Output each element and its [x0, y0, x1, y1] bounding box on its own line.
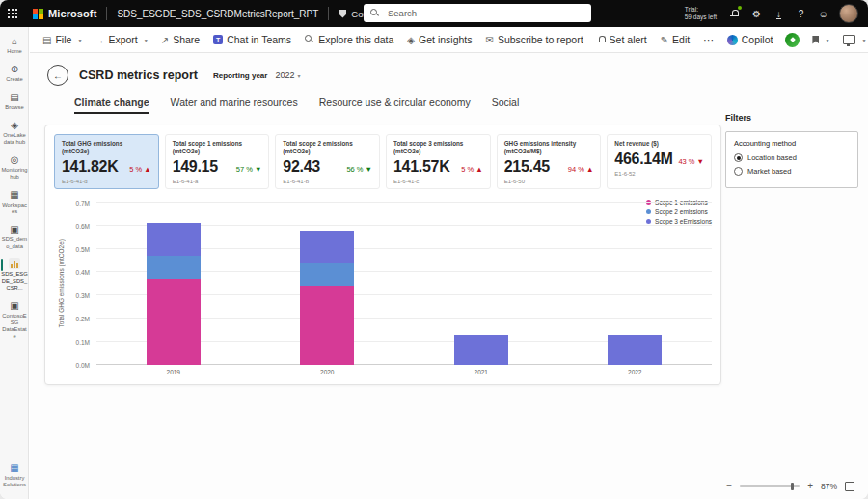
help-button[interactable]: ? — [795, 9, 807, 19]
toolbar-subscribe-to-report-button[interactable]: ✉Subscribe to report — [479, 27, 590, 52]
kpi-esrs-code: E1-6-41-c — [393, 179, 483, 184]
kpi-card-total-scope-3-emissions-mtco2e[interactable]: Total scope 3 emissions (mtCO2e)141.57K5… — [386, 134, 491, 189]
reporting-year-dropdown[interactable]: 2022▾ — [275, 70, 300, 80]
sidebar-item-monitoring-hub[interactable]: ◎Monitoring hub — [0, 151, 29, 185]
sidebar-item-sds-esgde-sds-csr[interactable]: SDS_ESGDE_SDS_CSR... — [0, 254, 29, 296]
bar-2019[interactable] — [147, 223, 201, 364]
sidebar-item-home[interactable]: ⌂Home — [0, 32, 29, 60]
bar-2021[interactable] — [454, 335, 508, 365]
y-tick-label: 0.0M — [76, 362, 90, 369]
bar-segment-2020-scope-2-emissions[interactable] — [300, 263, 354, 286]
sidebar-item-label: OneLake data hub — [0, 132, 29, 146]
download-button[interactable]: ↓ — [773, 9, 785, 19]
kpi-delta: 43 % ▼ — [678, 157, 704, 166]
chevron-down-icon: ▾ — [145, 37, 148, 43]
chevron-down-icon: ▾ — [297, 72, 300, 79]
fit-to-page-icon[interactable] — [845, 482, 854, 491]
radio-icon — [734, 167, 743, 176]
report-canvas: Total GHG emissions (mtCO2e)141.82K5 % ▲… — [44, 125, 721, 385]
tab-water-and-marine-resources[interactable]: Water and marine resources — [171, 97, 298, 114]
toolbar-share-button[interactable]: ↗Share — [154, 27, 206, 52]
kpi-card-ghg-emissions-intensity-mtco2e-m[interactable]: GHG emissions intensity (mtCO2e/M$)215.4… — [497, 134, 602, 189]
subscribe-icon: ✉ — [486, 35, 494, 45]
kpi-card-total-scope-1-emissions-mtco2e[interactable]: Total scope 1 emissions (mtCO2e)149.1557… — [165, 134, 270, 189]
bar-2020[interactable] — [300, 231, 354, 365]
toolbar-more-button[interactable]: ⋯ — [696, 27, 720, 52]
sidebar-item-sds-demo-data[interactable]: ▣SDS_demo_data — [0, 220, 29, 255]
view-button[interactable]: ▾ — [836, 27, 868, 52]
kpi-card-total-ghg-emissions-mtco2e[interactable]: Total GHG emissions (mtCO2e)141.82K5 % ▲… — [54, 134, 159, 189]
tab-resource-use-circular-economy[interactable]: Resource use & circular economy — [319, 97, 471, 114]
toolbar-file-button[interactable]: ▤File▾ — [36, 27, 88, 52]
copilot-badge-icon[interactable] — [785, 33, 800, 47]
industry-icon: ▦ — [10, 462, 18, 473]
tab-social[interactable]: Social — [492, 97, 520, 114]
back-button[interactable]: ← — [47, 65, 68, 86]
chart-y-axis: 0.0M0.1M0.2M0.3M0.4M0.5M0.6M0.7M — [68, 203, 96, 365]
toolbar-edit-button[interactable]: ✎Edit — [654, 27, 696, 52]
app-launcher-button[interactable] — [0, 0, 25, 27]
toolbar-get-insights-button[interactable]: ◈Get insights — [400, 27, 478, 52]
search-input[interactable] — [386, 7, 573, 19]
bar-segment-2021-scope-3-eemissions[interactable] — [454, 335, 508, 365]
microsoft-logo-icon — [33, 9, 43, 19]
toolbar-item-label: Explore this data — [318, 34, 393, 45]
ghg-emissions-chart: Scope 1 emissionsScope 2 emissionsScope … — [54, 203, 712, 375]
toolbar-explore-this-data-button[interactable]: Explore this data — [298, 27, 400, 52]
bell-icon — [597, 36, 606, 43]
bar-segment-2022-scope-3-eemissions[interactable] — [608, 335, 662, 365]
zoom-out-button[interactable]: − — [726, 481, 732, 491]
workspace-icon: ▣ — [10, 224, 18, 235]
tab-climate-change[interactable]: Climate change — [74, 97, 149, 114]
sidebar-item-create[interactable]: ⊕Create — [0, 60, 29, 88]
settings-button[interactable]: ⚙ — [750, 9, 763, 19]
sidebar-item-contosoesg-dataestate[interactable]: ▣ContosoESG DataEstate — [0, 296, 29, 345]
zoom-in-button[interactable]: + — [807, 481, 813, 491]
kpi-card-total-scope-2-emissions-mtco2e[interactable]: Total scope 2 emissions (mtCO2e)92.4356 … — [275, 134, 380, 189]
zoom-level: 87% — [821, 482, 837, 491]
feedback-button[interactable]: ☺ — [817, 9, 829, 19]
toolbar-item-label: Set alert — [610, 34, 647, 45]
toolbar-right: Copilot ▾ ▾ ↻ ☆ — [720, 27, 868, 52]
filter-option-market-based[interactable]: Market based — [734, 167, 850, 176]
bar-segment-2019-scope-2-emissions[interactable] — [147, 256, 201, 279]
zoom-statusbar: − + 87% — [726, 481, 854, 491]
report-icon — [9, 258, 20, 269]
zoom-slider[interactable] — [740, 485, 800, 487]
bar-segment-2019-scope-3-eemissions[interactable] — [147, 223, 201, 256]
accounting-method-filter: Accounting method Location basedMarket b… — [725, 131, 858, 188]
divider — [328, 7, 329, 20]
bar-segment-2020-scope-1-emissions[interactable] — [300, 286, 354, 365]
bar-segment-2020-scope-3-eemissions[interactable] — [300, 231, 354, 263]
report-name[interactable]: SDS_ESGDE_SDS_CSRDMetricsReport_RPT — [117, 9, 318, 19]
bar-2022[interactable] — [608, 335, 662, 365]
chevron-down-icon: ▾ — [78, 37, 81, 43]
report-body: ← CSRD metrics report Reporting year 202… — [30, 53, 868, 499]
file-icon: ▤ — [42, 35, 51, 45]
sidebar-item-workspaces[interactable]: ▦Workspaces — [0, 185, 29, 220]
kpi-delta: 94 % ▲ — [568, 165, 594, 174]
notifications-button[interactable] — [728, 9, 741, 19]
sidebar-item-onelake-data-hub[interactable]: ◈OneLake data hub — [0, 116, 29, 151]
sidebar-item-industry-solutions[interactable]: ▦Industry Solutions — [0, 458, 29, 493]
filter-option-location-based[interactable]: Location based — [734, 153, 850, 162]
kpi-value: 215.45 — [504, 158, 550, 176]
kpi-esrs-code: E1-6-52 — [614, 171, 704, 177]
zoom-slider-thumb[interactable] — [791, 483, 794, 490]
kpi-card-net-revenue[interactable]: Net revenue ($)466.14M43 % ▼E1-6-52 — [607, 134, 712, 189]
toolbar-set-alert-button[interactable]: Set alert — [590, 27, 654, 52]
toolbar-chat-in-teams-button[interactable]: TChat in Teams — [206, 27, 298, 52]
sidebar-item-browse[interactable]: ▤Browse — [0, 88, 29, 116]
toolbar-export-button[interactable]: →Export▾ — [88, 27, 153, 52]
browse-icon: ▤ — [10, 92, 18, 102]
filters-title: Filters — [725, 113, 858, 123]
export-icon: → — [95, 35, 104, 45]
copilot-button[interactable]: Copilot — [720, 27, 780, 52]
waffle-icon — [7, 8, 18, 19]
bar-segment-2019-scope-1-emissions[interactable] — [147, 279, 201, 365]
chart-y-axis-title: Total GHG emissions (mtCO2e) — [54, 203, 68, 365]
report-header: ← CSRD metrics report Reporting year 202… — [30, 53, 868, 86]
bookmarks-button[interactable]: ▾ — [805, 27, 835, 52]
search-box[interactable] — [364, 4, 591, 22]
avatar[interactable] — [839, 4, 858, 23]
